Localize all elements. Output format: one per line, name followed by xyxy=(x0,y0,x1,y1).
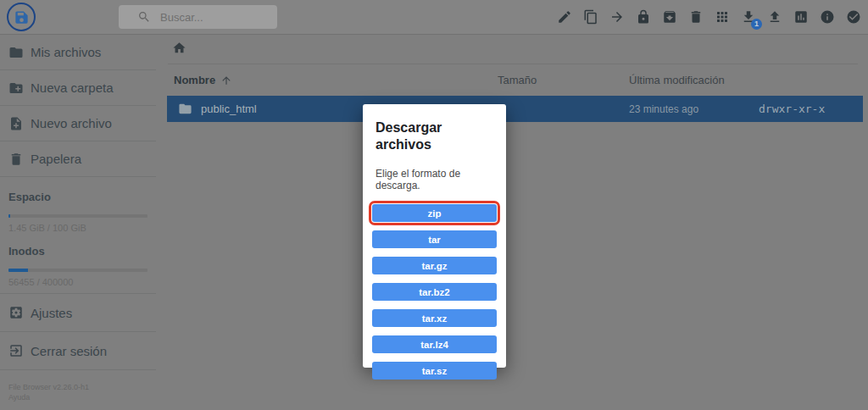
edit-icon[interactable] xyxy=(557,9,572,25)
sidebar-footer: Ajustes Cerrar sesión xyxy=(0,294,156,370)
grid-view-icon[interactable] xyxy=(715,9,730,25)
file-permissions: drwxr-xr-x xyxy=(759,102,825,115)
inodes-usage-value: 56455 / 400000 xyxy=(8,277,147,287)
format-button-tar-xz[interactable]: tar.xz xyxy=(372,309,497,327)
logout-icon xyxy=(8,343,24,358)
archive-icon[interactable] xyxy=(662,9,677,25)
column-header-name[interactable]: Nombre xyxy=(174,74,232,86)
sidebar-item-label: Mis archivos xyxy=(31,45,101,59)
breadcrumb-divider xyxy=(168,64,858,64)
file-row-public-html[interactable]: public_html 23 minutes ago drwxr-xr-x xyxy=(167,96,863,122)
inodes-progress-bar xyxy=(8,269,147,272)
copy-icon[interactable] xyxy=(583,9,598,25)
info-icon[interactable] xyxy=(820,9,835,25)
sidebar-item-settings[interactable]: Ajustes xyxy=(0,294,156,332)
file-listing: Nombre Tamaño Última modificación public… xyxy=(156,35,868,410)
sidebar-item-label: Papelera xyxy=(31,152,81,166)
format-button-zip[interactable]: zip xyxy=(372,204,497,222)
toolbar-actions: 1 xyxy=(557,0,861,34)
format-button-tar-gz[interactable]: tar.gz xyxy=(372,257,497,274)
format-button-tar-lz4[interactable]: tar.lz4 xyxy=(372,335,497,353)
file-modified: 23 minutes ago xyxy=(629,103,698,115)
save-floppy-icon xyxy=(14,9,30,25)
new-file-icon xyxy=(8,116,24,131)
format-button-list: zip tar tar.gz tar.bz2 tar.xz tar.lz4 ta… xyxy=(372,204,497,380)
download-dialog: Descargar archivos Elige el formato de d… xyxy=(363,104,506,368)
search-box[interactable] xyxy=(119,5,277,29)
select-check-icon[interactable] xyxy=(846,9,861,25)
credits: File Browser v2.26.0-h1 Ayuda xyxy=(0,370,156,402)
folder-icon xyxy=(8,45,24,60)
topbar: 1 xyxy=(0,0,868,35)
new-folder-icon xyxy=(8,80,24,96)
space-label: Espacio xyxy=(8,191,147,203)
sidebar-item-new-folder[interactable]: Nueva carpeta xyxy=(0,70,156,106)
move-arrow-icon[interactable] xyxy=(609,9,625,25)
sidebar-item-label: Nueva carpeta xyxy=(31,80,114,95)
app-logo[interactable] xyxy=(7,3,36,31)
version-text: File Browser v2.26.0-h1 xyxy=(8,382,156,392)
sidebar-item-label: Ajustes xyxy=(31,306,72,320)
upload-icon[interactable] xyxy=(767,9,782,25)
inodes-label: Inodos xyxy=(8,245,147,258)
trash-icon[interactable] xyxy=(688,9,704,25)
space-progress-bar xyxy=(8,214,147,218)
search-input[interactable] xyxy=(159,10,311,25)
sidebar-item-logout[interactable]: Cerrar sesión xyxy=(0,332,156,370)
folder-icon xyxy=(178,102,192,116)
sidebar-item-label: Nuevo archivo xyxy=(31,116,112,130)
search-icon xyxy=(137,10,151,24)
sort-ascending-icon xyxy=(220,75,232,86)
sidebar: Mis archivos Nueva carpeta Nuevo archivo… xyxy=(0,35,156,410)
settings-gear-icon xyxy=(8,305,24,320)
file-name: public_html xyxy=(201,102,257,115)
dialog-title: Descargar archivos xyxy=(376,119,493,153)
format-button-tar[interactable]: tar xyxy=(372,230,497,248)
column-header-modified[interactable]: Última modificación xyxy=(629,74,725,86)
format-button-tar-bz2[interactable]: tar.bz2 xyxy=(372,283,497,301)
sidebar-item-label: Cerrar sesión xyxy=(31,344,107,358)
inodes-progress-fill xyxy=(8,269,28,272)
usage-section: Espacio 1.45 GiB / 100 GiB Inodos 56455 … xyxy=(0,177,156,294)
usage-chart-icon[interactable] xyxy=(793,9,809,25)
space-progress-fill xyxy=(8,214,10,218)
help-link[interactable]: Ayuda xyxy=(8,392,156,402)
breadcrumb-home-icon[interactable] xyxy=(172,41,186,55)
sidebar-item-my-files[interactable]: Mis archivos xyxy=(0,35,156,70)
download-count-badge: 1 xyxy=(751,19,762,30)
dialog-subtitle: Elige el formato de descarga. xyxy=(376,168,493,191)
download-icon[interactable]: 1 xyxy=(741,9,756,25)
lock-icon[interactable] xyxy=(636,9,651,25)
space-usage-value: 1.45 GiB / 100 GiB xyxy=(8,223,147,233)
format-button-tar-sz[interactable]: tar.sz xyxy=(372,362,497,380)
sidebar-item-trash[interactable]: Papelera xyxy=(0,141,156,177)
trash-icon xyxy=(8,152,24,167)
sidebar-item-new-file[interactable]: Nuevo archivo xyxy=(0,106,156,141)
column-header-size[interactable]: Tamaño xyxy=(498,74,537,86)
